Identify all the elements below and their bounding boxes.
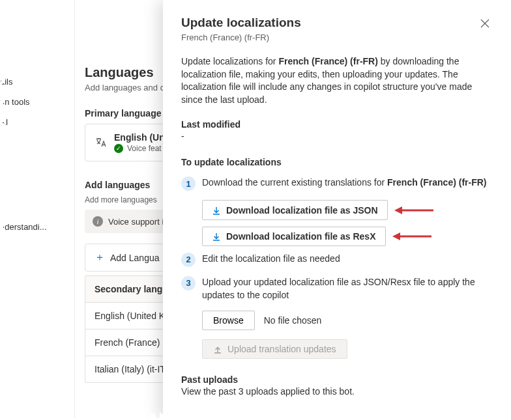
sidebar-item[interactable]: nderstandi... xyxy=(0,217,74,237)
upload-icon xyxy=(213,344,222,354)
step-number: 1 xyxy=(181,176,196,191)
plus-icon: ＋ xyxy=(95,251,105,264)
flyout-subtitle: French (France) (fr-FR) xyxy=(181,33,493,42)
last-modified-value: - xyxy=(181,131,493,141)
left-sidebar: ails on tools AI nderstandi... xyxy=(0,0,75,420)
sidebar-item[interactable]: on tools xyxy=(0,92,74,112)
close-button[interactable] xyxy=(477,16,493,31)
language-icon xyxy=(95,136,108,149)
sidebar-item[interactable]: ails xyxy=(0,72,74,92)
sidebar-item[interactable]: AI xyxy=(0,112,74,132)
past-uploads-header: Past uploads xyxy=(181,374,493,385)
past-uploads-sub: View the past 3 uploads applied to this … xyxy=(181,386,493,397)
svg-marker-1 xyxy=(394,206,402,214)
svg-marker-3 xyxy=(392,232,400,240)
step-1: 1 Download the current existing translat… xyxy=(181,176,493,191)
download-resx-label: Download localization file as ResX xyxy=(226,231,376,242)
download-json-button[interactable]: Download localization file as JSON xyxy=(202,200,388,219)
upload-button-label: Upload translation updates xyxy=(227,344,336,354)
download-json-label: Download localization file as JSON xyxy=(226,205,378,216)
callout-arrow xyxy=(392,232,431,241)
add-language-button-label: Add Langua xyxy=(110,253,160,263)
step-3: 3 Upload your updated localization file … xyxy=(181,276,493,301)
browse-button[interactable]: Browse xyxy=(202,311,255,330)
voice-feature-label: Voice feat xyxy=(127,144,162,153)
step-number: 3 xyxy=(181,276,196,290)
download-icon xyxy=(212,231,221,242)
flyout-description: Update localizations for French (France)… xyxy=(181,55,493,106)
download-resx-button[interactable]: Download localization file as ResX xyxy=(202,227,386,246)
flyout-title: Update localizations xyxy=(181,16,301,30)
last-modified-label: Last modified xyxy=(181,119,493,130)
update-localizations-flyout: Update localizations French (France) (fr… xyxy=(163,0,511,420)
upload-translation-updates-button[interactable]: Upload translation updates xyxy=(202,339,347,359)
info-icon: i xyxy=(93,216,103,227)
steps-header: To update localizations xyxy=(181,157,493,167)
callout-arrow xyxy=(394,206,433,215)
step-number: 2 xyxy=(181,253,196,267)
info-text: Voice support is xyxy=(108,217,168,227)
download-icon xyxy=(212,204,221,215)
close-icon xyxy=(480,19,489,28)
file-status: No file chosen xyxy=(264,315,322,326)
step-2: 2 Edit the localization file as needed xyxy=(181,253,493,267)
check-icon: ✓ xyxy=(114,144,123,153)
